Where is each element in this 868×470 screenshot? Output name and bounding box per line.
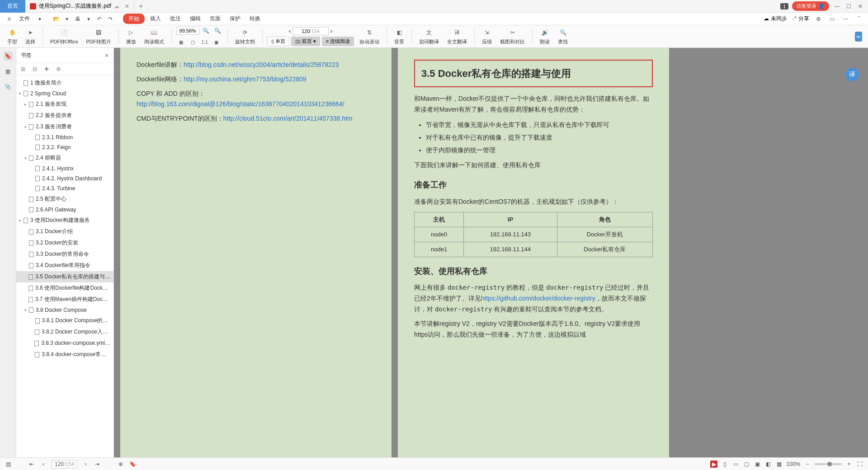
tool-read-aloud[interactable]: 🔊朗读 bbox=[537, 28, 552, 45]
zoom-out-icon[interactable]: 🔍 bbox=[201, 26, 211, 36]
tool-word-translate[interactable]: 文划词翻译 bbox=[416, 28, 442, 45]
prev-page-icon[interactable]: ‹ bbox=[289, 28, 291, 34]
tool-autoscroll[interactable]: ⇅自动滚动 bbox=[357, 28, 382, 45]
window-icon[interactable]: ▭ bbox=[827, 14, 836, 24]
print-icon[interactable]: 🖶 bbox=[73, 14, 82, 24]
tool-play[interactable]: ▷播放 bbox=[123, 28, 139, 45]
bookmark-item[interactable]: ▾2 Spring Cloud bbox=[16, 89, 113, 99]
bookmark-item[interactable]: 3.8.1 Docker Compose的安装 bbox=[16, 315, 113, 326]
tool-background[interactable]: ◧背景 bbox=[392, 28, 407, 45]
double-page-button[interactable]: ▯▯双页▾ bbox=[291, 37, 320, 46]
sb-view2-icon[interactable]: ▭ bbox=[732, 461, 739, 468]
sync-status[interactable]: ☁ 未同步 bbox=[764, 15, 787, 23]
collapse-ribbon-icon[interactable]: ˇ bbox=[854, 14, 863, 24]
actual-size-icon[interactable]: 1:1 bbox=[200, 37, 210, 47]
tool-hand[interactable]: ✋手型 bbox=[5, 28, 20, 45]
menu-start[interactable]: 开始 bbox=[123, 14, 145, 24]
bookmark-item[interactable]: ▾2.3 服务消费者 bbox=[16, 121, 113, 132]
fit-icon[interactable]: ▣ bbox=[212, 37, 222, 47]
zoom-out-icon[interactable]: − bbox=[804, 461, 811, 468]
bookmark-item[interactable]: 3.7 使用Maven插件构建Docker镜像 bbox=[16, 294, 113, 305]
undo-icon[interactable]: ↶ bbox=[95, 14, 104, 24]
link[interactable]: http://cloud.51cto.com/art/201411/457338… bbox=[223, 115, 353, 122]
bookmark-item[interactable]: 1 微服务简介 bbox=[16, 77, 113, 89]
float-translate-icon[interactable]: 译 bbox=[845, 68, 859, 81]
last-page-icon[interactable]: ⇥ bbox=[94, 461, 101, 468]
tool-read-mode[interactable]: 📖阅读模式 bbox=[142, 28, 167, 45]
hamburger-icon[interactable]: ≡ bbox=[5, 14, 14, 24]
bookmark-item[interactable]: 2.3.1 Ribbon bbox=[16, 132, 113, 142]
gear-icon[interactable]: ⚙ bbox=[814, 14, 823, 24]
add-bookmark-icon[interactable]: ✚ bbox=[44, 66, 51, 72]
bookmark-item[interactable]: 3.4 Dockerfile常用指令 bbox=[16, 260, 113, 271]
more-icon[interactable]: ⋯ bbox=[841, 14, 850, 24]
bookmark-item[interactable]: 2.4.1. Hystrix bbox=[16, 164, 113, 174]
sb-add-icon[interactable]: ⊕ bbox=[117, 461, 124, 468]
menu-annotate[interactable]: 批注 bbox=[166, 13, 184, 24]
minimize-icon[interactable]: — bbox=[833, 2, 841, 10]
sb-view4-icon[interactable]: ▣ bbox=[754, 461, 761, 468]
fit-width-icon[interactable]: ▦ bbox=[176, 37, 186, 47]
tool-find[interactable]: 🔍查找 bbox=[555, 28, 571, 45]
cloud-sync-icon[interactable]: ∞ bbox=[854, 32, 863, 42]
page-input[interactable]: 120/154 bbox=[292, 27, 329, 35]
next-page-icon[interactable]: › bbox=[330, 28, 332, 34]
zoom-in-icon[interactable]: + bbox=[845, 461, 853, 468]
chevron-down-icon[interactable]: ▾ bbox=[35, 14, 44, 24]
bookmark-settings-icon[interactable]: ⚙ bbox=[56, 66, 62, 72]
bookmark-item[interactable]: 2.2 服务提供者 bbox=[16, 110, 113, 121]
sb-page-input[interactable]: 120/154 bbox=[52, 460, 77, 468]
chevron-down-icon[interactable]: ▾ bbox=[84, 14, 93, 24]
link[interactable]: http://blog.163.com/digoal@126/blog/stat… bbox=[137, 100, 344, 108]
sb-view1-icon[interactable]: ▯ bbox=[721, 461, 728, 468]
link[interactable]: http://my.oschina.net/ghm7753/blog/52280… bbox=[184, 75, 306, 83]
file-tab[interactable]: 使用SpringCl...实战微服务.pdf ☁ ✕ bbox=[25, 0, 134, 13]
sb-zoom[interactable]: 100% bbox=[786, 461, 800, 467]
menu-edit[interactable]: 编辑 bbox=[186, 13, 204, 24]
zoom-in-icon[interactable]: 🔍 bbox=[213, 26, 223, 36]
close-window-icon[interactable]: ✕ bbox=[856, 2, 864, 10]
bookmark-item[interactable]: 3.3 Docker的常用命令 bbox=[16, 249, 113, 260]
bookmark-item[interactable]: 2.6 API Gateway bbox=[16, 205, 113, 215]
bookmark-item[interactable]: ▾3 使用Docker构建微服务 bbox=[16, 215, 113, 226]
prev-page-icon[interactable]: ‹ bbox=[40, 461, 47, 468]
link[interactable]: https://github.com/docker/docker-registr… bbox=[481, 295, 595, 302]
tool-select[interactable]: ➤选择 bbox=[23, 28, 38, 45]
bookmark-item[interactable]: ▾2.4 熔断器 bbox=[16, 152, 113, 164]
document-area[interactable]: Dockerfile讲解：http://blog.csdn.net/wsscy2… bbox=[114, 48, 868, 457]
tool-rotate[interactable]: ⟳旋转文档 bbox=[232, 28, 258, 45]
menu-protect[interactable]: 保护 bbox=[226, 13, 244, 24]
fullscreen-icon[interactable]: ⛶ bbox=[856, 461, 863, 468]
tool-full-translate[interactable]: 译全文翻译 bbox=[444, 28, 470, 45]
bookmark-item[interactable]: 2.4.2. Hystrix Dashboard bbox=[16, 174, 113, 183]
bookmark-item[interactable]: 2.5 配置中心 bbox=[16, 193, 113, 205]
sb-view5-icon[interactable]: ◧ bbox=[764, 461, 772, 468]
sb-view3-icon[interactable]: ▢ bbox=[743, 461, 750, 468]
sb-bookmark-icon[interactable]: 🔖 bbox=[129, 461, 136, 468]
bookmark-item[interactable]: 3.8.3 docker-compose.yml常用命令 bbox=[16, 338, 113, 349]
attachments-icon[interactable]: 📎 bbox=[4, 82, 13, 91]
bookmark-item[interactable]: 3.6 使用Dockerfile构建Docker镜像 bbox=[16, 282, 113, 294]
expand-all-icon[interactable]: ⊞ bbox=[21, 66, 27, 72]
zoom-slider[interactable] bbox=[815, 463, 842, 465]
bookmark-item[interactable]: 3.5 Docker私有仓库的搭建与使用 bbox=[16, 271, 113, 282]
close-panel-icon[interactable]: ✕ bbox=[104, 52, 109, 59]
bookmark-item[interactable]: 2.4.3. Turbine bbox=[16, 183, 113, 193]
bookmark-item[interactable]: ▸2.1 服务发现 bbox=[16, 99, 113, 110]
bookmark-item[interactable]: 3.1 Docker介绍 bbox=[16, 226, 113, 237]
menu-insert[interactable]: 插入 bbox=[146, 13, 165, 24]
bookmark-item[interactable]: ▾3.8 Docker Compose bbox=[16, 305, 113, 315]
menu-convert[interactable]: 转换 bbox=[246, 13, 264, 24]
tool-pdf-image[interactable]: 🖼PDF转图片 bbox=[84, 28, 114, 45]
continuous-button[interactable]: ≡连续阅读 bbox=[322, 37, 354, 46]
bookmark-item[interactable]: 3.8.2 Docker Compose入门示例 bbox=[16, 326, 113, 338]
tool-screenshot-compare[interactable]: ✂截图和对比 bbox=[497, 28, 528, 45]
fit-page-icon[interactable]: ▢ bbox=[188, 37, 198, 47]
maximize-icon[interactable]: ☐ bbox=[844, 2, 853, 10]
open-icon[interactable]: 📂 bbox=[52, 14, 61, 24]
sb-view6-icon[interactable]: ▦ bbox=[775, 461, 783, 468]
bookmarks-icon[interactable]: 🔖 bbox=[4, 52, 13, 61]
link[interactable]: http://blog.csdn.net/wsscy2004/article/d… bbox=[184, 61, 339, 68]
menu-page[interactable]: 页面 bbox=[206, 13, 224, 24]
home-tab[interactable]: 首页 bbox=[0, 0, 25, 13]
